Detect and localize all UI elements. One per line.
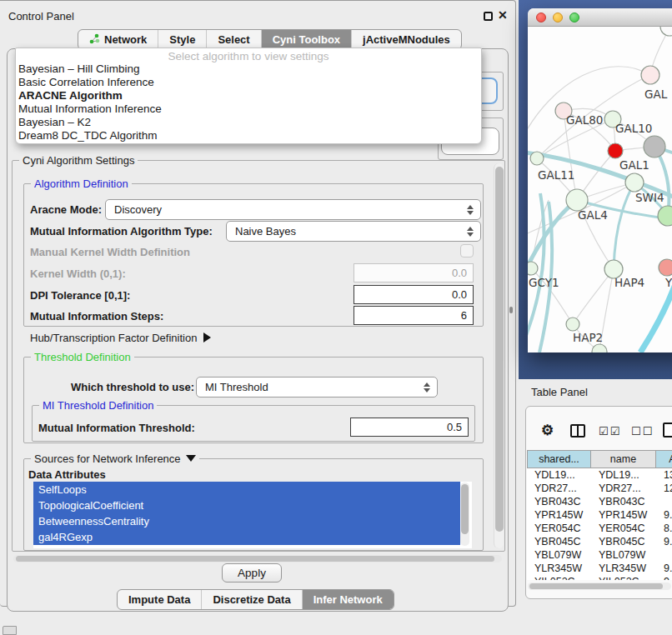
sources-group-title[interactable]: Sources for Network Inference <box>31 452 199 465</box>
attribute-item-betweennesscentrality[interactable]: BetweennessCentrality <box>33 513 460 529</box>
network-node[interactable] <box>641 66 659 84</box>
algorithm-option-mutual-information-inference[interactable]: Mutual Information Inference <box>16 102 481 116</box>
network-node[interactable] <box>528 262 538 275</box>
table-cell: YBR043C <box>591 495 656 508</box>
scrollbar-thumb[interactable] <box>529 583 663 589</box>
table-panel-title: Table Panel <box>531 386 588 398</box>
table-cell: YDL19... <box>591 468 656 482</box>
table-row[interactable]: YER054CYER054C8. <box>527 522 672 535</box>
network-node[interactable] <box>660 27 672 36</box>
table-row[interactable]: YBR043CYBR043C <box>527 495 672 508</box>
dpi-tolerance-input[interactable]: 0.0 <box>354 285 474 304</box>
hub-definition-label: Hub/Transcription Factor Definition <box>30 332 197 344</box>
table-row[interactable]: YLR345WYLR345W9. <box>527 562 672 575</box>
window-title: Control Panel <box>8 10 74 22</box>
tab-label: Network <box>104 33 147 46</box>
kernel-width-label: Kernel Width (0,1): <box>30 268 126 280</box>
algorithm-option-bayesian-hill-climbing[interactable]: Bayesian – Hill Climbing <box>16 62 481 76</box>
table-row[interactable]: YBL079WYBL079W <box>527 548 672 562</box>
attribute-item-gal4rgexp[interactable]: gal4RGexp <box>33 529 460 545</box>
manual-kernel-checkbox[interactable] <box>460 244 474 258</box>
table-cell: YER054C <box>527 522 591 535</box>
kernel-width-input[interactable]: 0.0 <box>354 263 474 282</box>
network-node[interactable] <box>608 143 623 158</box>
table-cell: YPR145W <box>527 508 591 522</box>
algorithm-dropdown-popup: Select algorithm to view settings Bayesi… <box>15 48 482 144</box>
column-header-a[interactable]: A <box>656 450 672 468</box>
column-header-name[interactable]: name <box>591 450 656 468</box>
clear-all-checkboxes-icon[interactable]: ☐☐ <box>631 425 654 438</box>
network-node-label: HAP2 <box>573 331 603 344</box>
mi-steps-label: Mutual Information Steps: <box>30 310 163 322</box>
document-icon[interactable] <box>663 422 672 438</box>
table-row[interactable]: YIL052CYIL052C9 <box>527 575 672 580</box>
tab-cyni-toolbox[interactable]: Cyni Toolbox <box>261 30 351 49</box>
table-cell: YDL19... <box>527 468 591 482</box>
attributes-scrollbar[interactable] <box>460 482 469 546</box>
network-node[interactable] <box>644 136 665 158</box>
corner-widget <box>3 626 17 635</box>
combo-stepper-icon <box>467 227 474 237</box>
tab-style[interactable]: Style <box>158 30 206 49</box>
tab-select[interactable]: Select <box>206 30 260 49</box>
settings-gear-icon[interactable]: ⚙ <box>541 422 554 439</box>
table-row[interactable]: YPR145WYPR145W9. <box>527 508 672 522</box>
tab-impute-data[interactable]: Impute Data <box>118 590 201 609</box>
tab-discretize-data[interactable]: Discretize Data <box>201 590 301 609</box>
collapse-arrow-icon <box>186 455 196 462</box>
table-cell: 12 <box>656 482 672 495</box>
column-header-shared[interactable]: shared... <box>527 450 591 468</box>
settings-vertical-scrollbar[interactable] <box>494 163 504 548</box>
split-columns-icon[interactable] <box>570 424 585 438</box>
network-node[interactable] <box>659 259 672 276</box>
table-cell: YBR045C <box>527 535 591 548</box>
scrollbar-thumb[interactable] <box>16 556 494 562</box>
network-node[interactable] <box>566 318 579 331</box>
scrollbar-thumb[interactable] <box>461 484 469 534</box>
network-node[interactable] <box>530 152 544 165</box>
maximize-icon[interactable] <box>484 12 493 21</box>
mac-zoom-icon[interactable] <box>569 12 579 22</box>
network-node[interactable] <box>658 206 672 226</box>
table-horizontal-scrollbar[interactable] <box>528 582 671 590</box>
tab-label: Discretize Data <box>213 593 290 606</box>
network-node-label: SWI4 <box>635 191 664 204</box>
mi-threshold-label: Mutual Information Threshold: <box>38 422 195 434</box>
tab-network[interactable]: Network <box>78 30 158 49</box>
mac-minimize-icon[interactable] <box>553 12 563 22</box>
network-node[interactable] <box>625 173 644 192</box>
mi-steps-input[interactable]: 6 <box>354 306 474 325</box>
table-cell: 9. <box>656 535 672 548</box>
algorithm-option-aracne-algorithm[interactable]: ARACNE Algorithm <box>16 89 481 102</box>
mi-type-select[interactable]: Naive Bayes <box>226 221 481 242</box>
attribute-item-topologicalcoefficient[interactable]: TopologicalCoefficient <box>33 498 460 513</box>
tab-infer-network[interactable]: Infer Network <box>302 590 394 609</box>
algorithm-option-basic-correlation-inference[interactable]: Basic Correlation Inference <box>16 76 481 89</box>
network-canvas[interactable]: GALGAL80GAL10GAL1GAL11SWI4GAL4GCY1HAP4YH… <box>528 27 672 352</box>
network-view-window: GALGAL80GAL10GAL1GAL11SWI4GAL4GCY1HAP4YH… <box>528 8 672 352</box>
which-threshold-select[interactable]: MI Threshold <box>196 377 438 398</box>
table-cell: YBR045C <box>591 535 656 548</box>
algorithm-option-list: Bayesian – Hill ClimbingBasic Correlatio… <box>16 62 481 142</box>
panel-divider-handle[interactable] <box>509 307 513 313</box>
mac-close-icon[interactable] <box>536 12 546 22</box>
table-row[interactable]: YDL19...YDL19...13 <box>527 468 672 482</box>
network-node-label: Y <box>664 276 672 289</box>
settings-horizontal-scrollbar[interactable] <box>13 555 502 562</box>
select-all-checkboxes-icon[interactable]: ☑☑ <box>599 425 621 438</box>
network-node[interactable] <box>592 344 607 352</box>
tab-label: jActiveMNodules <box>363 33 450 46</box>
scrollbar-thumb[interactable] <box>495 167 504 532</box>
mi-threshold-input[interactable]: 0.5 <box>350 418 469 437</box>
table-row[interactable]: YBR045CYBR045C9. <box>527 535 672 548</box>
table-row[interactable]: YDR27...YDR27...12 <box>527 482 672 495</box>
attribute-item-selfloops[interactable]: SelfLoops <box>33 482 460 498</box>
close-icon[interactable]: ✕ <box>498 8 508 22</box>
algorithm-option-bayesian-k2[interactable]: Bayesian – K2 <box>16 116 481 129</box>
algorithm-option-dream8-dc-tdc-algorithm[interactable]: Dream8 DC_TDC Algorithm <box>16 129 481 142</box>
network-window-titlebar[interactable] <box>528 8 672 27</box>
tab-jactivemnodules[interactable]: jActiveMNodules <box>351 30 461 49</box>
aracne-mode-select[interactable]: Discovery <box>105 199 481 220</box>
apply-button[interactable]: Apply <box>222 563 282 582</box>
hub-definition-expander[interactable]: Hub/Transcription Factor Definition <box>30 332 211 344</box>
